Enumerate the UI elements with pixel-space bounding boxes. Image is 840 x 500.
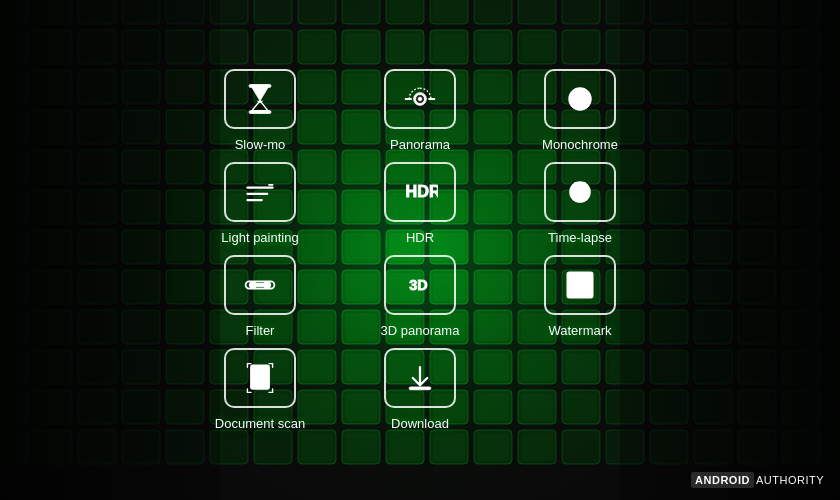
svg-rect-24 <box>409 387 431 390</box>
icon-box-slow-mo <box>224 69 296 129</box>
icon-box-panorama <box>384 69 456 129</box>
grid-item-light-painting[interactable]: Light painting <box>190 162 330 245</box>
icon-box-hdr: HDR <box>384 162 456 222</box>
icon-box-document-scan <box>224 348 296 408</box>
icon-label-watermark: Watermark <box>548 323 611 338</box>
icon-label-panorama: Panorama <box>390 137 450 152</box>
svg-point-4 <box>418 97 422 101</box>
icon-box-time-lapse <box>544 162 616 222</box>
features-grid: Slow-mo Panorama Monochrome Light painti… <box>170 49 670 451</box>
icon-label-light-painting: Light painting <box>221 230 298 245</box>
main-content: Slow-mo Panorama Monochrome Light painti… <box>0 0 840 500</box>
icon-box-watermark <box>544 255 616 315</box>
grid-item-slow-mo[interactable]: Slow-mo <box>190 69 330 152</box>
grid-item-download[interactable]: Download <box>350 348 490 431</box>
icon-box-download <box>384 348 456 408</box>
icon-label-time-lapse: Time-lapse <box>548 230 612 245</box>
brand-watermark: ANDROID AUTHORITY <box>691 472 824 488</box>
grid-item-empty <box>510 348 650 431</box>
icon-box-3d-panorama: 3D <box>384 255 456 315</box>
icon-box-monochrome <box>544 69 616 129</box>
icon-label-filter: Filter <box>246 323 275 338</box>
svg-text:3D: 3D <box>409 277 427 293</box>
brand-android-label: ANDROID <box>691 472 754 488</box>
icon-label-document-scan: Document scan <box>215 416 305 431</box>
svg-rect-16 <box>255 283 266 287</box>
grid-item-hdr[interactable]: HDR HDR <box>350 162 490 245</box>
icon-label-slow-mo: Slow-mo <box>235 137 286 152</box>
grid-item-time-lapse[interactable]: Time-lapse <box>510 162 650 245</box>
icon-box-filter <box>224 255 296 315</box>
icon-label-download: Download <box>391 416 449 431</box>
grid-item-watermark[interactable]: Watermark <box>510 255 650 338</box>
icon-label-3d-panorama: 3D panorama <box>381 323 460 338</box>
icon-label-monochrome: Monochrome <box>542 137 618 152</box>
brand-authority-label: AUTHORITY <box>756 474 824 486</box>
icon-label-hdr: HDR <box>406 230 434 245</box>
grid-item-filter[interactable]: Filter <box>190 255 330 338</box>
icon-box-light-painting <box>224 162 296 222</box>
svg-point-19 <box>576 277 585 286</box>
grid-item-document-scan[interactable]: Document scan <box>190 348 330 431</box>
svg-text:HDR: HDR <box>406 182 438 200</box>
grid-item-3d-panorama[interactable]: 3D 3D panorama <box>350 255 490 338</box>
grid-item-panorama[interactable]: Panorama <box>350 69 490 152</box>
grid-item-monochrome[interactable]: Monochrome <box>510 69 650 152</box>
